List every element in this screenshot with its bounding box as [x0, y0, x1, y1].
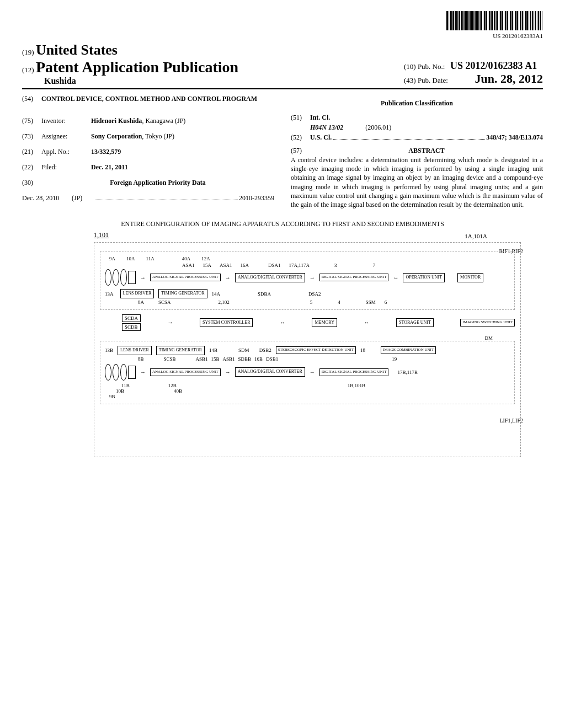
arrow-icon: →: [225, 369, 231, 375]
ref-dm: DM: [484, 335, 493, 341]
appl-no-label: Appl. No.:: [41, 147, 91, 157]
assignee-name: Sony Corporation: [91, 132, 142, 140]
lens-icon: [120, 364, 127, 381]
ref-14b: 14B: [209, 347, 217, 353]
arrow-icon: →: [310, 275, 315, 281]
memory-block: MEMORY: [312, 318, 337, 328]
int-cl-label: Int. Cl.: [310, 113, 330, 122]
lens-assembly-b: [105, 364, 136, 381]
stereo-detect: STEREOSCOPIC EFFECT DETECTION UNIT: [276, 346, 356, 354]
lens-icon: [120, 269, 127, 286]
arrow-icon: →: [225, 275, 231, 281]
ref-scsb: SCSB: [164, 356, 176, 362]
code-21: (21): [22, 147, 41, 157]
pub-no-label: Pub. No.:: [418, 62, 445, 71]
code-19: (19): [22, 48, 34, 56]
ref-8b: 8B: [138, 356, 144, 362]
ref-10b: 10B: [116, 388, 124, 394]
ref-dsa1: DSA1: [268, 263, 281, 268]
pub-class-heading: Publication Classification: [291, 98, 543, 108]
ref-12a: 12A: [201, 256, 210, 261]
pub-date-label: Pub. Date:: [418, 76, 448, 84]
ref-10a: 10A: [126, 256, 135, 261]
ref-15b: 15B: [211, 356, 220, 362]
storage-unit: STORAGE UNIT: [396, 318, 434, 328]
code-57: (57): [291, 146, 310, 156]
code-30: (30): [22, 178, 41, 188]
author-surname: Kushida: [44, 76, 404, 86]
ref-19: 19: [392, 356, 397, 362]
ref-lif: LIF1,LIF2: [500, 417, 524, 424]
code-10: (10): [404, 62, 416, 71]
timing-gen-b: TIMING GENERATOR: [156, 346, 205, 355]
ref-dsb1: DSB1: [266, 356, 278, 362]
priority-heading: Foreign Application Priority Data: [41, 178, 274, 188]
ref-14a: 14A: [212, 291, 221, 297]
ref-18: 18: [360, 347, 365, 353]
filed-label: Filed:: [41, 162, 91, 172]
ref-5: 5: [310, 299, 313, 305]
ref-dsa2: DSA2: [308, 291, 321, 297]
ref-sdbb: SDBB: [238, 356, 252, 362]
ad-converter-a: ANALOG/DIGITAL CONVERTER: [235, 273, 305, 282]
ref-sdba: SDBA: [258, 291, 271, 297]
pub-date: Jun. 28, 2012: [475, 72, 543, 85]
ref-13a: 13A: [105, 291, 114, 297]
priority-country: (JP): [72, 193, 94, 203]
bibliographic-columns: (54) CONTROL DEVICE, CONTROL METHOD AND …: [22, 94, 543, 209]
ref-40b: 40B: [174, 388, 182, 394]
lens-icon: [105, 269, 111, 286]
timing-gen-a: TIMING GENERATOR: [158, 289, 207, 298]
ref-scsa: SCSA: [158, 299, 171, 305]
figure-caption: ENTIRE CONFIGURATION OF IMAGING APPARATU…: [22, 220, 543, 228]
filed-date: Dec. 21, 2011: [91, 163, 128, 171]
code-54: (54): [22, 94, 41, 110]
img-combine: IMAGE COMBINATION UNIT: [381, 346, 436, 354]
priority-date: Dec. 28, 2010: [22, 193, 72, 203]
barcode-graphic: [446, 11, 543, 30]
ref-scda: SCDA: [122, 314, 141, 322]
ref-asb1b: ASB1: [223, 356, 235, 362]
lens-icon: [105, 364, 111, 381]
right-column: Publication Classification (51) Int. Cl.…: [291, 94, 543, 209]
analog-proc-a: ANALOG SIGNAL PROCESSING UNIT: [150, 274, 221, 281]
ref-6: 6: [385, 299, 387, 305]
ref-13b: 13B: [105, 347, 113, 353]
ref-17b: 17B,117B: [397, 370, 417, 375]
monitor-block: MONITOR: [457, 273, 483, 282]
pub-type: Patent Application Publication: [36, 58, 238, 76]
code-22: (22): [22, 162, 41, 172]
country: United States: [36, 42, 118, 58]
digital-proc-a: DIGITAL SIGNAL PROCESSING UNIT: [319, 274, 389, 281]
block-diagram: 1A,101A RIF1,RIF2 LIF1,LIF2 9A 10A 11A 4…: [94, 242, 521, 457]
code-43: (43): [404, 76, 416, 84]
assignee-label: Assignee:: [41, 131, 91, 141]
imaging-unit-a: 9A 10A 11A 40A 12A ASA1 15A ASA1 16A DSA…: [100, 251, 515, 310]
arrow-icon: ↔: [393, 275, 398, 281]
ref-sdm: SDM: [238, 347, 249, 353]
left-column: (54) CONTROL DEVICE, CONTROL METHOD AND …: [22, 94, 274, 209]
ref-scdb: SCDB: [122, 323, 141, 331]
arrow-icon: →: [140, 369, 146, 375]
inventor-label: Inventor:: [41, 116, 91, 126]
operation-unit: OPERATION UNIT: [403, 273, 445, 282]
arrow-icon: →: [310, 369, 315, 375]
ref-1b: 1B,101B: [348, 383, 365, 388]
code-51: (51): [291, 113, 310, 122]
barcode-text: US 20120162383A1: [22, 33, 543, 39]
code-12: (12): [22, 66, 34, 74]
code-52: (52): [291, 132, 310, 142]
inventor-location: , Kanagawa (JP): [142, 117, 185, 125]
ref-asa1b: ASA1: [220, 263, 232, 268]
header: (19) United States (12) Patent Applicati…: [22, 42, 543, 89]
ref-7: 7: [372, 263, 375, 268]
ref-9b: 9B: [109, 394, 115, 399]
arrow-icon: ↔: [280, 319, 285, 325]
us-cl-label: U.S. Cl.: [310, 132, 332, 142]
ref-4: 4: [338, 299, 340, 305]
analog-proc-b: ANALOG SIGNAL PROCESSING UNIT: [150, 368, 221, 376]
lens-icon: [113, 364, 119, 381]
ref-16a: 16A: [241, 263, 249, 268]
ref-12b: 12B: [168, 383, 177, 388]
ref-15a: 15A: [203, 263, 212, 268]
